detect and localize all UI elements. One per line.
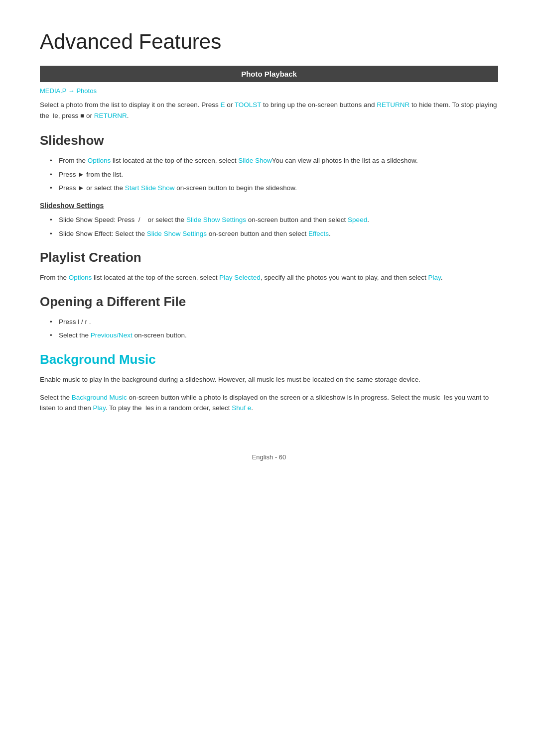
effects-link: Effects (308, 230, 329, 237)
background-music-body-2: Select the Background Music on-screen bu… (40, 392, 498, 414)
playlist-creation-body: From the Options list located at the top… (40, 272, 498, 283)
photo-playback-header: Photo Playback (40, 66, 498, 82)
slideshow-section: Slideshow From the Options list located … (40, 133, 498, 239)
slideshow-title: Slideshow (40, 133, 498, 148)
background-music-section: Background Music Enable music to play in… (40, 352, 498, 414)
slide-show-settings-link-1: Slide Show Settings (186, 216, 246, 223)
slideshow-speed-bullet: Slide Show Speed: Press / or select the … (50, 215, 498, 225)
key-e: E (220, 101, 225, 108)
speed-link: Speed (348, 216, 367, 223)
breadcrumb-text: MEDIA.P → Photos (40, 87, 97, 95)
background-music-body-1: Enable music to play in the background d… (40, 374, 498, 385)
slideshow-bullet-1: From the Options list located at the top… (50, 155, 498, 166)
key-returnr-1: RETURNR (377, 101, 409, 108)
slideshow-bullet-3: Press ► or select the Start Slide Show o… (50, 183, 498, 194)
page-title: Advanced Features (40, 30, 498, 54)
photo-playback-intro: Select a photo from the list to display … (40, 100, 498, 121)
slideshow-settings-subtitle: Slideshow Settings (40, 202, 498, 210)
opening-different-file-bullets: Press l / r . Select the Previous/Next o… (50, 317, 498, 341)
play-link-1: Play (428, 274, 440, 281)
opening-different-file-title: Opening a Different File (40, 294, 498, 310)
slide-show-settings-link-2: Slide Show Settings (147, 230, 207, 237)
previous-next-link: Previous/Next (91, 331, 133, 339)
options-link-2: Options (69, 274, 92, 281)
play-selected-link: Play Selected (219, 274, 261, 281)
breadcrumb: MEDIA.P → Photos (40, 87, 498, 95)
slideshow-bullets: From the Options list located at the top… (50, 155, 498, 194)
photo-playback-section: Photo Playback MEDIA.P → Photos Select a… (40, 66, 498, 121)
slideshow-bullet-2: Press ► from the list. (50, 169, 498, 180)
slideshow-settings-bullets: Slide Show Speed: Press / or select the … (50, 215, 498, 239)
options-link-1: Options (88, 157, 111, 164)
key-toolst: TOOLST (235, 101, 262, 108)
background-music-title: Background Music (40, 352, 498, 367)
play-link-2: Play (93, 404, 106, 412)
shuffle-link: Shuf e (232, 404, 251, 412)
slide-show-link: Slide Show (238, 157, 272, 164)
background-music-link: Background Music (72, 394, 127, 401)
start-slide-show-link: Start Slide Show (125, 184, 175, 192)
playlist-creation-section: Playlist Creation From the Options list … (40, 250, 498, 283)
playlist-creation-title: Playlist Creation (40, 250, 498, 265)
slideshow-effect-bullet: Slide Show Effect: Select the Slide Show… (50, 228, 498, 239)
open-file-bullet-1: Press l / r . (50, 317, 498, 327)
open-file-bullet-2: Select the Previous/Next on-screen butto… (50, 330, 498, 341)
page-footer: English - 60 (40, 453, 498, 461)
key-returnr-2: RETURNR (94, 112, 127, 119)
opening-different-file-section: Opening a Different File Press l / r . S… (40, 294, 498, 341)
